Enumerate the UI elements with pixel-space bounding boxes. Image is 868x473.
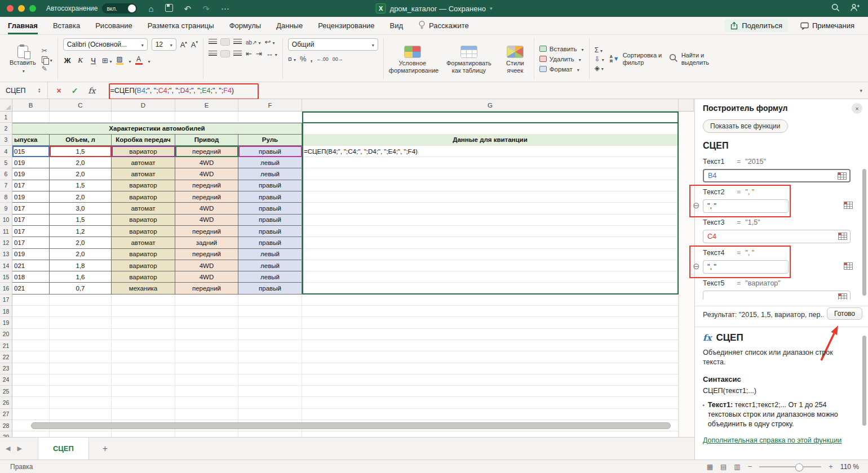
format-as-table-button[interactable]: Форматировать как таблицу (442, 44, 496, 74)
cell-G7[interactable] (302, 180, 679, 191)
cell-C14[interactable]: 1,8 (50, 260, 112, 271)
cell-D3[interactable]: Коробка передач (112, 135, 175, 146)
cell-D19[interactable] (112, 317, 175, 328)
cell-C22[interactable] (50, 351, 112, 363)
align-right-icon[interactable] (233, 51, 242, 57)
cell-G15[interactable] (302, 271, 679, 283)
cell-B27[interactable] (12, 409, 50, 420)
cell-C5[interactable]: 2,0 (50, 157, 112, 168)
cell-B13[interactable]: 019 (12, 249, 50, 260)
cell-E3[interactable]: Привод (175, 135, 238, 146)
name-box-stepper[interactable]: ▴▾ (38, 88, 41, 93)
cell-E13[interactable]: передний (175, 249, 238, 260)
cell-F4[interactable]: правый (238, 146, 302, 157)
align-middle-icon[interactable] (221, 39, 229, 45)
cell-G24[interactable] (302, 374, 679, 386)
cell-F3[interactable]: Руль (238, 135, 302, 146)
row-header-12[interactable]: 12 (0, 237, 12, 248)
cell-D18[interactable] (112, 306, 175, 317)
cell-G6[interactable] (302, 168, 679, 180)
cell-B11[interactable]: 017 (12, 226, 50, 237)
ribbon-tab-9[interactable]: Расскажите (418, 17, 469, 34)
cell-B4[interactable]: 015 (12, 146, 50, 157)
cell-E6[interactable]: 4WD (175, 168, 238, 180)
cell-F7[interactable]: правый (238, 180, 302, 191)
cell-D4[interactable]: вариатор (112, 146, 175, 157)
remove-argument-icon[interactable]: ⊖ (693, 262, 700, 270)
cell-C21[interactable] (50, 340, 112, 351)
horizontal-scrollbar[interactable] (31, 422, 671, 429)
ribbon-tab-4[interactable]: Разметка страницы (148, 17, 214, 34)
cell-B1[interactable] (12, 111, 50, 123)
column-header-G[interactable]: G (302, 99, 679, 111)
range-picker-icon[interactable] (844, 202, 853, 209)
cell-B26[interactable] (12, 397, 50, 408)
cell-G14[interactable] (302, 260, 679, 271)
row-header-23[interactable]: 23 (0, 363, 12, 374)
cell-E23[interactable] (175, 363, 238, 374)
cell-C29[interactable] (50, 431, 112, 437)
cell-G23[interactable] (302, 363, 679, 374)
zoom-knob[interactable] (795, 463, 803, 471)
cell-F5[interactable]: левый (238, 157, 302, 168)
ribbon-tab-8[interactable]: Вид (390, 17, 404, 34)
row-header-5[interactable]: 5 (0, 157, 12, 168)
row-header-3[interactable]: 3 (0, 135, 12, 146)
cell-F29[interactable] (238, 431, 302, 437)
cell-F20[interactable] (238, 329, 302, 340)
cell-B20[interactable] (12, 329, 50, 340)
increase-indent-icon[interactable]: ⇥ (256, 50, 262, 57)
cell-C15[interactable]: 1,6 (50, 271, 112, 283)
row-header-6[interactable]: 6 (0, 168, 12, 180)
row-header-18[interactable]: 18 (0, 306, 12, 317)
panel-scrollbar-bottom[interactable] (862, 336, 866, 426)
font-size-select[interactable]: 12 (152, 38, 176, 51)
cell-B25[interactable] (12, 386, 50, 397)
cell-B23[interactable] (12, 363, 50, 374)
cell-C9[interactable]: 3,0 (50, 203, 112, 214)
cell-B7[interactable]: 017 (12, 180, 50, 191)
align-center-icon[interactable] (221, 51, 229, 57)
bold-button[interactable]: Ж (63, 56, 72, 65)
share-button[interactable]: Поделиться (724, 19, 788, 32)
cell-D15[interactable]: вариатор (112, 271, 175, 283)
cell-D16[interactable]: механика (112, 283, 175, 294)
delete-cells-button[interactable]: Удалить (539, 56, 584, 63)
name-box[interactable]: СЦЕП (0, 87, 38, 95)
row-header-24[interactable]: 24 (0, 374, 12, 386)
row-header-1[interactable]: 1 (0, 111, 12, 123)
cell-F1[interactable] (238, 111, 302, 123)
cell-F21[interactable] (238, 340, 302, 351)
format-cells-button[interactable]: Формат (539, 66, 584, 73)
fullscreen-window-button[interactable] (29, 5, 36, 12)
home-icon[interactable]: ⌂ (148, 5, 153, 13)
comma-style-button[interactable]: , (311, 55, 313, 63)
row-header-28[interactable]: 28 (0, 420, 12, 431)
format-painter-icon[interactable]: ✎ (42, 64, 52, 73)
cell-G4[interactable]: =СЦЕП(B4;", ";C4;", ";D4;", ";E4;", ";F4… (302, 146, 679, 157)
cell-B9[interactable]: 017 (12, 203, 50, 214)
row-header-19[interactable]: 19 (0, 317, 12, 328)
cell-F19[interactable] (238, 317, 302, 328)
redo-icon[interactable]: ↷ (202, 5, 210, 13)
row-header-11[interactable]: 11 (0, 226, 12, 237)
cell-G26[interactable] (302, 397, 679, 408)
cell-F6[interactable]: левый (238, 168, 302, 180)
cell-C20[interactable] (50, 329, 112, 340)
increase-font-button[interactable]: А▴ (180, 41, 187, 49)
align-bottom-icon[interactable] (233, 39, 242, 45)
insert-cells-button[interactable]: Вставить (539, 46, 584, 52)
percent-style-button[interactable]: % (300, 55, 307, 63)
minimize-window-button[interactable] (18, 5, 25, 12)
cell-E10[interactable]: 4WD (175, 215, 238, 226)
decrease-indent-icon[interactable]: ⇤ (246, 50, 252, 57)
show-all-functions-button[interactable]: Показать все функции (703, 119, 788, 133)
panel-scrollbar-top[interactable] (862, 169, 866, 296)
cell-D9[interactable]: автомат (112, 203, 175, 214)
cell-E4[interactable]: передний (175, 146, 238, 157)
row-header-8[interactable]: 8 (0, 191, 12, 203)
cell-E14[interactable]: 4WD (175, 260, 238, 271)
cell-E5[interactable]: 4WD (175, 157, 238, 168)
ribbon-tab-3[interactable]: Рисование (95, 17, 132, 34)
cell-C3[interactable]: Объем, л (50, 135, 112, 146)
